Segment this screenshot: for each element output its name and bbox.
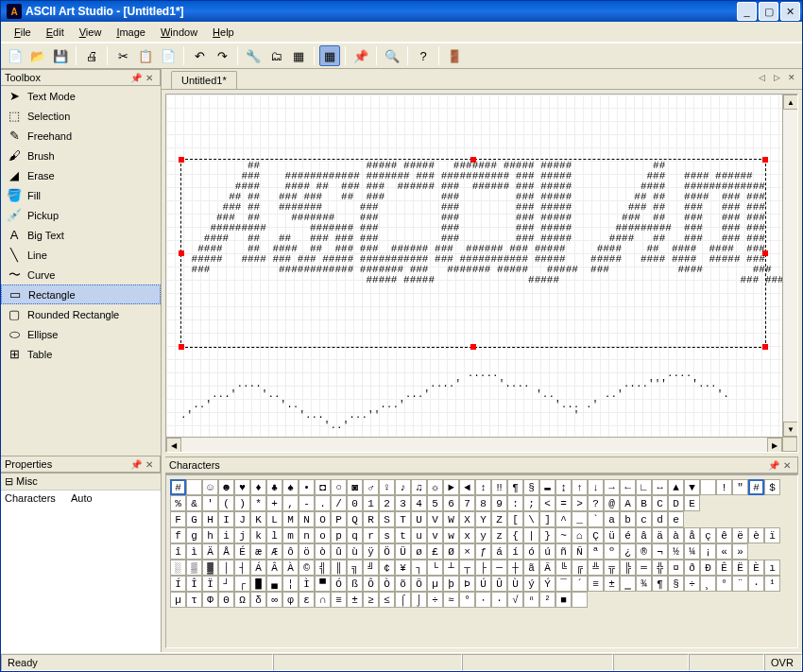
char-cell[interactable]: w <box>443 527 459 543</box>
characters-pin-icon[interactable]: 📌 <box>767 458 780 472</box>
pin-icon[interactable]: 📌 <box>350 45 371 66</box>
characters-close-icon[interactable]: ✕ <box>780 458 794 472</box>
char-cell[interactable]: Ù <box>507 576 523 592</box>
char-cell[interactable]: * <box>250 495 266 511</box>
char-cell[interactable]: ÷ <box>427 592 443 608</box>
char-cell[interactable]: ▼ <box>684 479 700 495</box>
char-cell[interactable]: ▀ <box>315 576 331 592</box>
char-cell[interactable]: ∟ <box>636 479 652 495</box>
resize-handle-nw[interactable] <box>179 157 184 163</box>
char-cell[interactable]: ╬ <box>652 560 668 576</box>
char-cell[interactable]: µ <box>427 576 443 592</box>
char-cell[interactable]: ↨ <box>555 479 572 495</box>
char-cell[interactable]: C <box>652 495 668 511</box>
char-cell[interactable]: ñ <box>555 543 572 560</box>
char-cell[interactable]: ~ <box>555 527 572 543</box>
menu-edit[interactable]: Edit <box>39 24 72 41</box>
char-cell[interactable]: ª <box>588 543 604 560</box>
char-cell[interactable]: © <box>299 560 315 576</box>
char-cell[interactable]: ♥ <box>234 479 250 495</box>
char-cell[interactable]: N <box>299 511 315 527</box>
tool-brush[interactable]: 🖌Brush <box>1 146 161 165</box>
char-cell[interactable]: ) <box>234 495 250 511</box>
char-cell[interactable]: = <box>555 495 572 511</box>
char-cell[interactable]: 3 <box>395 495 411 511</box>
char-cell[interactable]: Θ <box>218 592 234 608</box>
char-cell[interactable]: ¶ <box>652 576 668 592</box>
char-cell[interactable]: { <box>507 527 523 543</box>
char-cell[interactable]: ► <box>443 479 459 495</box>
char-cell[interactable]: F <box>170 511 186 527</box>
char-cell[interactable]: ┼ <box>507 560 523 576</box>
char-cell[interactable]: ═ <box>636 560 652 576</box>
char-cell[interactable]: q <box>347 527 363 543</box>
char-cell[interactable]: K <box>250 511 266 527</box>
char-cell[interactable]: ↓ <box>588 479 604 495</box>
char-cell[interactable]: ½ <box>668 543 684 560</box>
char-cell[interactable]: > <box>572 495 588 511</box>
char-cell[interactable]: ♂ <box>363 479 379 495</box>
char-cell[interactable]: ã <box>523 560 539 576</box>
properties-pin-icon[interactable]: 📌 <box>129 457 143 471</box>
char-cell[interactable]: ¨ <box>732 576 748 592</box>
scroll-down-icon[interactable]: ▼ <box>783 422 797 437</box>
char-cell[interactable]: Ø <box>443 543 459 560</box>
property-row[interactable]: CharactersAuto <box>1 491 161 506</box>
char-cell[interactable]: Ò <box>379 576 395 592</box>
char-cell[interactable]: ï <box>764 527 780 543</box>
char-cell[interactable]: ♦ <box>250 479 266 495</box>
char-cell[interactable]: X <box>459 511 475 527</box>
document-tab[interactable]: Untitled1* <box>171 71 237 89</box>
zoom-icon[interactable]: 🔍 <box>382 45 402 66</box>
scroll-right-icon[interactable]: ▶ <box>767 438 782 453</box>
tool-rectangle[interactable]: ▭Rectangle <box>1 284 161 304</box>
char-cell[interactable]: φ <box>282 592 299 608</box>
char-cell[interactable]: º <box>604 543 620 560</box>
char-cell[interactable]: ( <box>218 495 234 511</box>
char-cell[interactable]: § <box>523 479 539 495</box>
tool-selection[interactable]: ⬚Selection <box>1 106 161 126</box>
char-cell[interactable]: ß <box>347 576 363 592</box>
char-cell[interactable]: ▓ <box>202 560 218 576</box>
char-cell[interactable]: ¸ <box>700 576 716 592</box>
char-cell[interactable]: \ <box>523 511 539 527</box>
char-cell[interactable]: ε <box>299 592 315 608</box>
char-cell[interactable]: ╣ <box>315 560 331 576</box>
scrollbar-horizontal[interactable]: ◀ ▶ <box>166 437 782 452</box>
char-cell[interactable]: Q <box>347 511 363 527</box>
char-cell[interactable]: ó <box>523 543 539 560</box>
char-cell[interactable]: ð <box>684 560 700 576</box>
char-cell[interactable]: ↑ <box>572 479 588 495</box>
char-cell[interactable]: Ã <box>539 560 555 576</box>
tool-pickup[interactable]: 💉Pickup <box>1 205 161 225</box>
tool-fill[interactable]: 🪣Fill <box>1 185 161 205</box>
char-cell[interactable]: ô <box>282 543 299 560</box>
char-cell[interactable]: T <box>395 511 411 527</box>
char-cell[interactable]: È <box>748 560 764 576</box>
char-cell[interactable]: é <box>620 527 636 543</box>
char-cell[interactable]: · <box>748 576 764 592</box>
char-cell[interactable]: + <box>266 495 282 511</box>
char-cell[interactable]: ⌡ <box>411 592 427 608</box>
char-cell[interactable]: ○ <box>331 479 347 495</box>
char-cell[interactable]: ^ <box>555 511 572 527</box>
char-cell[interactable]: ¯ <box>555 576 572 592</box>
char-cell[interactable]: × <box>459 543 475 560</box>
char-cell[interactable]: 2 <box>379 495 395 511</box>
char-cell[interactable]: Ü <box>395 543 411 560</box>
char-cell[interactable]: ® <box>636 543 652 560</box>
char-cell[interactable]: 4 <box>411 495 427 511</box>
char-cell[interactable]: h <box>202 527 218 543</box>
char-cell[interactable]: ¦ <box>282 576 299 592</box>
char-cell[interactable]: s <box>379 527 395 543</box>
char-cell[interactable] <box>186 479 202 495</box>
char-cell[interactable]: ↔ <box>652 479 668 495</box>
char-cell[interactable]: Ï <box>202 576 218 592</box>
char-cell[interactable]: ä <box>652 527 668 543</box>
char-cell[interactable]: ÷ <box>684 576 700 592</box>
char-cell[interactable]: ¾ <box>636 576 652 592</box>
char-cell[interactable]: : <box>507 495 523 511</box>
char-cell[interactable]: a <box>604 511 620 527</box>
char-cell[interactable]: p <box>331 527 347 543</box>
char-cell[interactable]: m <box>282 527 299 543</box>
